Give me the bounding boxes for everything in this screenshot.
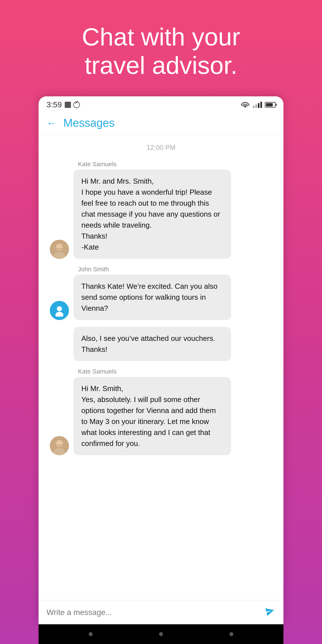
message-bubble: Hi Mr. Smith, Yes, absolutely. I will pu… bbox=[73, 377, 231, 455]
sender-name: John Smith bbox=[50, 266, 272, 273]
signal-icon bbox=[253, 102, 262, 108]
status-icons bbox=[65, 101, 80, 108]
nav-dot-2 bbox=[159, 632, 163, 636]
chat-area: 12:00 PM Kate Samuels Hi Mr. and Mrs. Sm… bbox=[39, 135, 283, 600]
svg-marker-11 bbox=[265, 606, 275, 616]
message-group: Kate Samuels Hi Mr. Smith, Yes, absolute… bbox=[50, 368, 272, 455]
message-row: Also, I see you’ve attached our vouchers… bbox=[50, 327, 272, 361]
message-bubble: Also, I see you’ve attached our vouchers… bbox=[73, 327, 231, 361]
bottom-nav-bar bbox=[39, 624, 283, 644]
sender-name: Kate Samuels bbox=[50, 368, 272, 375]
status-bar-left: 3:59 bbox=[46, 100, 80, 109]
svg-point-0 bbox=[245, 106, 246, 108]
phone-container: 3:59 bbox=[39, 96, 283, 624]
message-bubble: Hi Mr. and Mrs. Smith, I hope you have a… bbox=[73, 170, 231, 259]
message-bubble: Thanks Kate! We’re excited. Can you also… bbox=[73, 275, 231, 320]
time-display: 3:59 bbox=[46, 100, 62, 109]
avatar-kate bbox=[50, 240, 69, 259]
message-timestamp: 12:00 PM bbox=[50, 144, 272, 152]
avatar-john bbox=[50, 301, 69, 320]
message-group: Kate Samuels Hi Mr. and Mrs. Smith, I ho… bbox=[50, 161, 272, 259]
nav-dot-1 bbox=[89, 632, 93, 636]
send-button[interactable] bbox=[264, 605, 277, 620]
status-bar: 3:59 bbox=[39, 96, 283, 112]
battery-icon bbox=[265, 102, 276, 108]
back-button[interactable]: ← bbox=[46, 117, 57, 129]
sender-name: Kate Samuels bbox=[50, 161, 272, 168]
nav-dot-3 bbox=[229, 632, 233, 636]
app-header: ← Messages bbox=[39, 112, 283, 135]
message-input[interactable] bbox=[46, 608, 261, 617]
hero-text: Chat with your travel advisor. bbox=[0, 0, 322, 96]
svg-point-6 bbox=[55, 312, 63, 317]
message-row: Thanks Kate! We’re excited. Can you also… bbox=[50, 275, 272, 320]
message-row: Hi Mr. and Mrs. Smith, I hope you have a… bbox=[50, 170, 272, 259]
sim-icon bbox=[65, 102, 71, 108]
wifi-icon bbox=[240, 101, 250, 108]
input-bar bbox=[39, 600, 283, 624]
no-notification-icon bbox=[73, 101, 80, 108]
svg-point-5 bbox=[57, 306, 62, 311]
hero-line1: Chat with your bbox=[82, 23, 240, 51]
status-bar-right bbox=[240, 101, 276, 108]
header-title: Messages bbox=[63, 117, 115, 129]
message-row: Hi Mr. Smith, Yes, absolutely. I will pu… bbox=[50, 377, 272, 455]
avatar-kate bbox=[50, 436, 69, 455]
hero-line2: travel advisor. bbox=[85, 51, 238, 79]
message-group: John Smith Thanks Kate! We’re excited. C… bbox=[50, 266, 272, 320]
message-group: Also, I see you’ve attached our vouchers… bbox=[50, 327, 272, 361]
